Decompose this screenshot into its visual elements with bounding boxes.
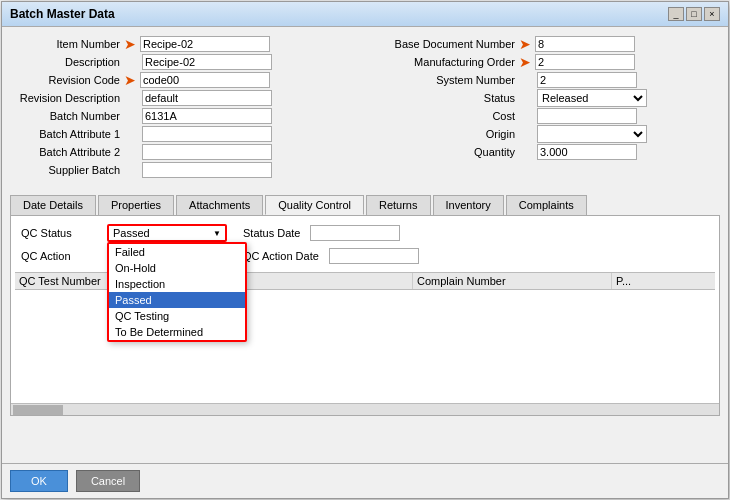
- cost-label: Cost: [375, 110, 515, 122]
- minimize-button[interactable]: _: [668, 7, 684, 21]
- form-section: Item Number ➤ Description Revision Code …: [10, 35, 720, 179]
- description-row: Description: [10, 53, 355, 71]
- footer: OK Cancel: [2, 463, 728, 498]
- batch-attr1-input[interactable]: [142, 126, 272, 142]
- cost-input[interactable]: [537, 108, 637, 124]
- ok-button[interactable]: OK: [10, 470, 68, 492]
- tab-attachments[interactable]: Attachments: [176, 195, 263, 215]
- tab-content-quality-control: QC Status Passed ▼ Failed On-Hold Inspec…: [10, 216, 720, 416]
- tab-quality-control[interactable]: Quality Control: [265, 195, 364, 215]
- dropdown-item-to-be-determined[interactable]: To Be Determined: [109, 324, 245, 340]
- left-form: Item Number ➤ Description Revision Code …: [10, 35, 355, 179]
- system-number-row: System Number: [375, 71, 720, 89]
- revision-code-arrow: ➤: [124, 73, 136, 87]
- item-number-row: Item Number ➤: [10, 35, 355, 53]
- dropdown-item-failed[interactable]: Failed: [109, 244, 245, 260]
- quantity-input[interactable]: [537, 144, 637, 160]
- supplier-batch-input[interactable]: [142, 162, 272, 178]
- qc-status-arrow-icon: ▼: [213, 229, 221, 238]
- qc-action-date-label: QC Action Date: [243, 250, 319, 262]
- batch-number-label: Batch Number: [10, 110, 120, 122]
- supplier-batch-row: Supplier Batch: [10, 161, 355, 179]
- mfg-order-row: Manufacturing Order ➤: [375, 53, 720, 71]
- origin-label: Origin: [375, 128, 515, 140]
- batch-attr2-input[interactable]: [142, 144, 272, 160]
- system-number-input[interactable]: [537, 72, 637, 88]
- dropdown-item-inspection[interactable]: Inspection: [109, 276, 245, 292]
- batch-number-input[interactable]: [142, 108, 272, 124]
- qc-action-date-input[interactable]: [329, 248, 419, 264]
- window-controls: _ □ ×: [668, 7, 720, 21]
- dropdown-item-qc-testing[interactable]: QC Testing: [109, 308, 245, 324]
- revision-desc-input[interactable]: [142, 90, 272, 106]
- item-number-input[interactable]: [140, 36, 270, 52]
- right-form: Base Document Number ➤ Manufacturing Ord…: [375, 35, 720, 179]
- cancel-button[interactable]: Cancel: [76, 470, 140, 492]
- revision-desc-row: Revision Description: [10, 89, 355, 107]
- mfg-order-input[interactable]: [535, 54, 635, 70]
- quantity-label: Quantity: [375, 146, 515, 158]
- th-p: P...: [612, 273, 715, 289]
- tab-inventory[interactable]: Inventory: [433, 195, 504, 215]
- close-button[interactable]: ×: [704, 7, 720, 21]
- qc-status-dropdown-wrapper: Passed ▼ Failed On-Hold Inspection Passe…: [107, 224, 227, 242]
- cost-row: Cost: [375, 107, 720, 125]
- qc-status-label: QC Status: [21, 227, 101, 239]
- revision-code-row: Revision Code ➤: [10, 71, 355, 89]
- base-doc-input[interactable]: [535, 36, 635, 52]
- window-title: Batch Master Data: [10, 7, 115, 21]
- qc-action-label: QC Action: [21, 250, 101, 262]
- batch-attr2-row: Batch Attribute 2: [10, 143, 355, 161]
- tab-properties[interactable]: Properties: [98, 195, 174, 215]
- description-input[interactable]: [142, 54, 272, 70]
- supplier-batch-label: Supplier Batch: [10, 164, 120, 176]
- mfg-order-arrow: ➤: [519, 55, 531, 69]
- status-date-input[interactable]: [310, 225, 400, 241]
- qc-status-row: QC Status Passed ▼ Failed On-Hold Inspec…: [15, 220, 715, 246]
- base-doc-label: Base Document Number: [375, 38, 515, 50]
- revision-code-label: Revision Code: [10, 74, 120, 86]
- revision-code-input[interactable]: [140, 72, 270, 88]
- title-bar: Batch Master Data _ □ ×: [2, 2, 728, 27]
- base-doc-arrow: ➤: [519, 37, 531, 51]
- system-number-label: System Number: [375, 74, 515, 86]
- tab-complaints[interactable]: Complaints: [506, 195, 587, 215]
- tabs-list: Date Details Properties Attachments Qual…: [10, 195, 720, 216]
- horizontal-scrollbar[interactable]: [11, 403, 719, 415]
- status-select[interactable]: Released: [537, 89, 647, 107]
- origin-row: Origin: [375, 125, 720, 143]
- batch-attr2-label: Batch Attribute 2: [10, 146, 120, 158]
- dropdown-item-on-hold[interactable]: On-Hold: [109, 260, 245, 276]
- status-date-label: Status Date: [243, 227, 300, 239]
- origin-select[interactable]: [537, 125, 647, 143]
- batch-attr1-row: Batch Attribute 1: [10, 125, 355, 143]
- th-complain-number: Complain Number: [413, 273, 612, 289]
- quantity-row: Quantity: [375, 143, 720, 161]
- status-label: Status: [375, 92, 515, 104]
- qc-status-dropdown-menu: Failed On-Hold Inspection Passed QC Test…: [107, 242, 247, 342]
- tab-returns[interactable]: Returns: [366, 195, 431, 215]
- batch-master-data-window: Batch Master Data _ □ × Item Number ➤ De…: [1, 1, 729, 499]
- item-number-arrow: ➤: [124, 37, 136, 51]
- mfg-order-label: Manufacturing Order: [375, 56, 515, 68]
- item-number-label: Item Number: [10, 38, 120, 50]
- status-row: Status Released: [375, 89, 720, 107]
- main-content: Item Number ➤ Description Revision Code …: [2, 27, 728, 463]
- revision-desc-label: Revision Description: [10, 92, 120, 104]
- batch-attr1-label: Batch Attribute 1: [10, 128, 120, 140]
- qc-status-value: Passed: [113, 227, 150, 239]
- maximize-button[interactable]: □: [686, 7, 702, 21]
- base-doc-row: Base Document Number ➤: [375, 35, 720, 53]
- qc-status-select[interactable]: Passed ▼: [107, 224, 227, 242]
- batch-number-row: Batch Number: [10, 107, 355, 125]
- description-label: Description: [10, 56, 120, 68]
- scrollbar-thumb[interactable]: [13, 405, 63, 415]
- tab-date-details[interactable]: Date Details: [10, 195, 96, 215]
- dropdown-item-passed[interactable]: Passed: [109, 292, 245, 308]
- tabs-container: Date Details Properties Attachments Qual…: [10, 191, 720, 416]
